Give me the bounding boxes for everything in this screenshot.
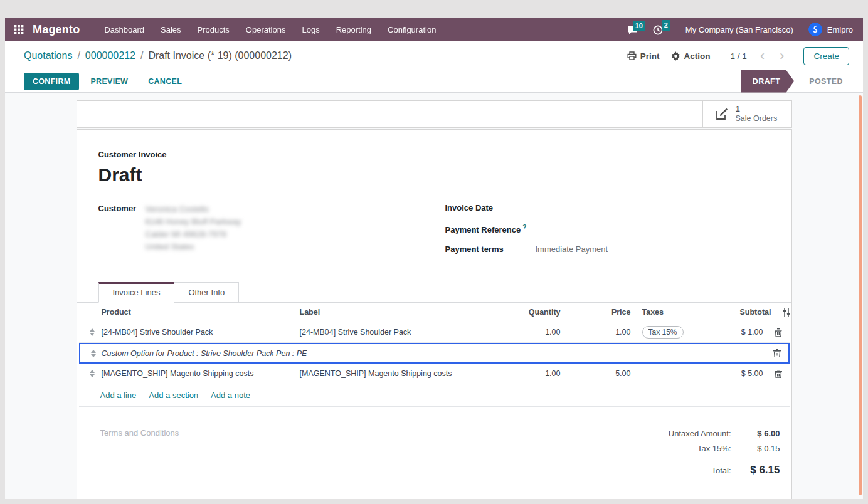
delete-line-icon[interactable] (767, 370, 790, 378)
breadcrumb: Quotations / 000000212 / Draft Invoice (… (24, 50, 292, 61)
tax-label: Tax 15%: (697, 444, 731, 453)
add-a-note-link[interactable]: Add a note (211, 391, 250, 400)
preview-button[interactable]: PREVIEW (82, 73, 137, 90)
navbar-systray: 10 2 My Company (San Francisco) Emipro (625, 23, 853, 36)
messages-button[interactable]: 10 (625, 23, 644, 36)
invoice-line-row[interactable]: [24-MB04] Strive Shoulder Pack [24-MB04]… (79, 322, 790, 343)
invoice-date-label: Invoice Date (445, 203, 536, 213)
line-subtotal: $ 5.00 (740, 369, 767, 378)
col-price[interactable]: Price (564, 308, 635, 317)
menu-products[interactable]: Products (189, 25, 238, 34)
col-label[interactable]: Label (299, 308, 492, 317)
breadcrumb-quotations[interactable]: Quotations (24, 50, 72, 61)
line-price[interactable]: 1.00 (564, 328, 635, 337)
user-menu[interactable]: Emipro (808, 23, 853, 36)
add-a-section-link[interactable]: Add a section (149, 391, 198, 400)
line-label[interactable]: [24-MB04] Strive Shoulder Pack (299, 328, 492, 337)
pager-previous-icon[interactable]: ‹ (758, 49, 766, 63)
delete-line-icon[interactable] (767, 328, 790, 337)
payment-terms-field[interactable]: Immediate Payment (536, 244, 608, 254)
help-icon: ? (522, 224, 526, 231)
customer-group: Customer Veronica Costello 6146 Honey Bl… (98, 203, 445, 265)
action-label: Action (684, 51, 711, 61)
tax-tag[interactable]: Tax 15% (642, 326, 684, 339)
line-quantity[interactable]: 1.00 (492, 328, 564, 337)
drag-handle-icon[interactable] (79, 370, 100, 377)
line-product[interactable]: [24-MB04] Strive Shoulder Pack (100, 328, 299, 337)
col-subtotal[interactable]: Subtotal (740, 308, 775, 317)
pager-counter: 1 / 1 (731, 51, 747, 61)
breadcrumb-order[interactable]: 000000212 (85, 50, 135, 61)
action-button[interactable]: Action (671, 51, 711, 61)
invoice-fields-group: Invoice Date Payment Reference? Payment … (445, 203, 770, 265)
col-taxes[interactable]: Taxes (635, 308, 740, 317)
apps-grid-icon[interactable] (13, 25, 25, 34)
user-name: Emipro (827, 25, 853, 34)
invoice-note-row-selected[interactable]: Custom Option for Product : Strive Shoul… (79, 343, 790, 364)
tab-invoice-lines[interactable]: Invoice Lines (98, 282, 175, 303)
customer-address-value[interactable]: Veronica Costello 6146 Honey Bluff Parkw… (146, 203, 241, 265)
optional-columns-button[interactable] (775, 308, 798, 317)
payment-terms-label: Payment terms (445, 244, 536, 254)
invoice-lines-table: Product Label Quantity Price Taxes Subto… (79, 303, 790, 407)
sale-orders-stat-button[interactable]: 1 Sale Orders (702, 101, 791, 127)
col-product[interactable]: Product (100, 308, 299, 317)
total-value: $ 6.15 (731, 464, 780, 476)
terms-and-conditions-field[interactable]: Terms and Conditions (100, 421, 179, 482)
breadcrumb-separator: / (140, 50, 143, 61)
untaxed-amount-label: Untaxed Amount: (669, 429, 731, 438)
cancel-button[interactable]: CANCEL (139, 73, 191, 90)
add-a-line-link[interactable]: Add a line (100, 391, 137, 400)
button-box: 1 Sale Orders (77, 100, 792, 128)
sale-orders-count: 1 (736, 104, 778, 114)
menu-dashboard[interactable]: Dashboard (96, 25, 152, 34)
top-navbar: Magento Dashboard Sales Products Operati… (5, 18, 863, 41)
pager-next-icon[interactable]: › (778, 49, 786, 63)
print-label: Print (640, 51, 660, 61)
customer-street: 6146 Honey Bluff Parkway (146, 216, 241, 228)
edit-square-icon (714, 107, 729, 122)
line-subtotal: $ 1.00 (740, 328, 767, 337)
app-brand[interactable]: Magento (33, 23, 80, 36)
sale-orders-label: Sale Orders (736, 114, 778, 124)
printer-icon (627, 51, 637, 60)
untaxed-amount-value: $ 6.00 (731, 429, 780, 438)
table-header: Product Label Quantity Price Taxes Subto… (79, 303, 790, 322)
activities-count-badge: 2 (662, 20, 670, 31)
delete-line-icon[interactable] (766, 349, 788, 357)
state-posted[interactable]: POSTED (794, 70, 858, 93)
invoice-line-row[interactable]: [MAGENTO_SHIP] Magento Shipping costs [M… (79, 364, 790, 384)
activities-button[interactable]: 2 (650, 23, 669, 36)
page-title: Draft (98, 164, 770, 186)
menu-operations[interactable]: Operations (238, 25, 294, 34)
control-panel-actions: Print Action 1 / 1 ‹ › Create (627, 47, 849, 65)
app-window: Magento Dashboard Sales Products Operati… (5, 18, 863, 499)
vertical-scrollbar[interactable] (859, 95, 862, 495)
drag-handle-icon[interactable] (80, 350, 102, 357)
drag-handle-icon[interactable] (79, 328, 100, 336)
messages-count-badge: 10 (633, 21, 645, 31)
line-quantity[interactable]: 1.00 (492, 369, 564, 378)
state-draft[interactable]: DRAFT (741, 70, 794, 93)
menu-configuration[interactable]: Configuration (379, 25, 444, 34)
print-button[interactable]: Print (627, 51, 660, 61)
tax-value: $ 0.15 (731, 444, 780, 453)
menu-sales[interactable]: Sales (152, 25, 189, 34)
note-text[interactable]: Custom Option for Product : Strive Shoul… (102, 349, 766, 358)
total-label: Total: (711, 466, 731, 475)
line-price[interactable]: 5.00 (564, 369, 635, 378)
company-switcher[interactable]: My Company (San Francisco) (685, 25, 793, 34)
confirm-button[interactable]: CONFIRM (24, 73, 79, 90)
document-type-label: Customer Invoice (98, 150, 770, 159)
line-product[interactable]: [MAGENTO_SHIP] Magento Shipping costs (100, 369, 299, 378)
menu-reporting[interactable]: Reporting (328, 25, 379, 34)
tab-other-info[interactable]: Other Info (174, 282, 239, 303)
line-label[interactable]: [MAGENTO_SHIP] Magento Shipping costs (299, 369, 492, 378)
col-quantity[interactable]: Quantity (492, 308, 564, 317)
statusbar: CONFIRM PREVIEW CANCEL DRAFT POSTED (5, 70, 863, 93)
menu-logs[interactable]: Logs (294, 25, 327, 34)
create-button[interactable]: Create (803, 47, 849, 65)
customer-label: Customer (98, 203, 146, 265)
customer-city: Calder MI 49628-7978 (146, 228, 241, 241)
breadcrumb-current: Draft Invoice (* 19) (000000212) (148, 50, 292, 61)
